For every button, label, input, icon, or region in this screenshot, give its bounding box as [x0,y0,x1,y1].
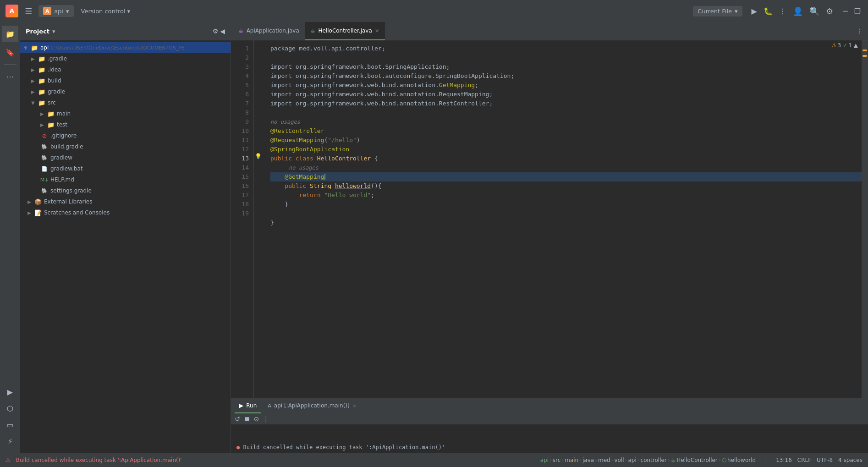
breadcrumb-med[interactable]: med [598,457,610,463]
bottom-tab-run[interactable]: ▶ Run [235,399,261,413]
tree-item-gradle-dir[interactable]: ▶ 📁 .gradle [20,53,231,64]
breadcrumb-hellocontroller[interactable]: ☕HelloController [671,457,718,463]
run-button[interactable]: ▶ [750,5,759,17]
main-content: 📁 🔖 ⋯ ▶ ⬡ ▭ ⚡ Project ▾ [0,22,868,453]
tree-item-idea[interactable]: ▶ 📁 .idea [20,64,231,75]
code-token: (){ [371,181,381,191]
sidebar-item-project[interactable]: 📁 [2,26,18,42]
bottom-tab-api-run[interactable]: A api [:ApiApplication.main()] × [263,399,361,413]
code-token: @SpringBootApplication [270,145,349,154]
breadcrumb-helloworld[interactable]: ⬡helloworld [722,457,756,463]
breadcrumb-main[interactable]: main [565,457,578,463]
tree-item-build-gradle[interactable]: ▶ 🐘 build.gradle [20,141,231,152]
line-ending-indicator[interactable]: CRLF [797,457,811,463]
bottom-panel: ▶ Run A api [:ApiApplication.main()] × ↺… [231,398,868,453]
settings-icon[interactable]: ⚙ [824,5,835,18]
hello-ctrl-tab-close-icon[interactable]: × [375,27,379,34]
bottom-tab-bar: ▶ Run A api [:ApiApplication.main()] × [231,399,868,413]
current-file-selector[interactable]: Current File ▾ [693,6,742,16]
code-token: @GetMapping [270,172,324,181]
project-panel-dropdown-icon[interactable]: ▾ [52,28,55,35]
gradle-dir-arrow-icon: ▶ [31,56,38,61]
tree-item-gradle[interactable]: ▶ 📁 gradle [20,86,231,97]
version-control-button[interactable]: Version control ▾ [77,6,134,16]
tree-item-gradlew[interactable]: ▶ 🐘 gradlew [20,152,231,163]
sidebar-item-more[interactable]: ⋯ [2,68,18,85]
restart-run-icon[interactable]: ↺ [235,415,240,423]
tree-item-src[interactable]: ▼ 📁 src [20,97,231,108]
project-dropdown-icon: ▾ [66,8,69,15]
tree-item-help-md[interactable]: ▶ M↓ HELP.md [20,174,231,185]
tab-more-icon[interactable]: ⋮ [853,26,866,36]
gradlew-label: gradlew [50,154,72,161]
tree-item-external-libs[interactable]: ▶ 📦 External Libraries [20,196,231,207]
sidebar-item-terminal[interactable]: ▭ [2,417,18,433]
profile-icon[interactable]: 👤 [791,5,805,18]
code-token: "Hello world" [324,191,371,200]
tree-root-item[interactable]: ▼ 📁 api C:\Users\USER\OneDrive\Escritori… [20,42,231,53]
src-label: src [48,99,56,106]
sidebar-item-bookmarks[interactable]: 🔖 [2,44,18,60]
hamburger-menu-icon[interactable]: ☰ [25,6,32,16]
sidebar-item-run[interactable]: ▶ [2,384,18,400]
sidebar-item-debug[interactable]: ⬡ [2,400,18,417]
breadcrumb-voll[interactable]: voll [614,457,624,463]
code-token: import org.springframework.boot.SpringAp… [270,62,450,71]
tree-item-scratches[interactable]: ▶ 📝 Scratches and Consoles [20,207,231,218]
sidebar-item-git[interactable]: ⚡ [2,433,18,450]
root-arrow-icon: ▼ [24,45,30,50]
tree-item-settings-gradle[interactable]: ▶ 🐘 settings.gradle [20,185,231,196]
tree-item-gitignore[interactable]: ▶ ⊘ .gitignore [20,130,231,141]
editor-content: ⚠ 3 ✓ 1 ▲ 1 2 3 4 5 6 7 8 9 10 [231,40,868,398]
gutter-hint-area: 💡 [254,40,263,398]
tree-item-main[interactable]: ▶ 📁 main [20,108,231,119]
line-col-indicator[interactable]: 13:16 [776,457,792,463]
collapse-all-icon[interactable]: ◀ [220,27,225,35]
editor-right-strip [862,40,868,398]
inspection-chevron-up-icon[interactable]: ▲ [854,42,858,49]
more-actions-icon[interactable]: ⋮ [777,5,788,17]
bottom-toolbar: ↺ ⏹ ⊙ ⋮ [231,413,868,424]
tree-item-gradlew-bat[interactable]: ▶ 📄 gradlew.bat [20,163,231,174]
cursor [324,174,325,180]
api-app-tab-label: ApiApplication.java [247,27,299,34]
version-control-chevron-icon: ▾ [127,8,131,15]
project-panel-title: Project [26,28,49,35]
bottom-tab-api-close-icon[interactable]: × [352,403,357,409]
indent-indicator[interactable]: 4 spaces [838,457,863,463]
root-folder-icon: 📁 [30,44,38,52]
breadcrumb-api2[interactable]: api [628,457,636,463]
bottom-tab-api-label: api [:ApiApplication.main()] [274,402,350,409]
tree-item-test[interactable]: ▶ 📁 test [20,119,231,130]
encoding-indicator[interactable]: UTF-8 [817,457,833,463]
code-line-6: import org.springframework.web.bind.anno… [270,90,862,99]
tree-item-build[interactable]: ▶ 📁 build [20,75,231,86]
run-error-message: Build cancelled while executing task ':A… [243,444,445,451]
hello-ctrl-tab-label: HelloController.java [318,27,372,34]
build-gradle-file-icon: 🐘 [40,143,49,151]
scroll-to-end-icon[interactable]: ⊙ [254,415,259,423]
breadcrumb-java[interactable]: java [582,457,594,463]
minimize-button[interactable]: ─ [841,5,850,17]
code-editor[interactable]: package med.voll.api.controller; import … [263,40,862,398]
project-selector[interactable]: A api ▾ [38,5,73,17]
breadcrumb-controller[interactable]: controller [641,457,667,463]
tab-hello-controller[interactable]: ☕ HelloController.java × [305,22,385,40]
breadcrumb-src[interactable]: src [553,457,561,463]
ln-3: 3 [231,62,253,71]
more-bottom-icon[interactable]: ⋮ [263,415,269,423]
tab-api-application[interactable]: ☕ ApiApplication.java [233,22,305,40]
debug-button[interactable]: 🐛 [762,5,775,17]
settings-gradle-label: settings.gradle [50,187,92,194]
gear-icon[interactable]: ⚙ [213,27,219,35]
stop-run-icon[interactable]: ⏹ [244,415,250,423]
restore-button[interactable]: ❐ [852,5,863,17]
breadcrumb-api[interactable]: api [540,457,549,463]
search-everywhere-icon[interactable]: 🔍 [808,5,821,18]
code-line-10: @RequestMapping("/hello") [270,136,862,145]
status-error-text[interactable]: Build cancelled while executing task ':A… [16,457,182,463]
bulb-icon[interactable]: 💡 [255,153,262,159]
code-line-8 [270,108,862,117]
run-icon: ▶ [7,388,13,396]
status-error-icon: ⚠ [5,457,11,463]
